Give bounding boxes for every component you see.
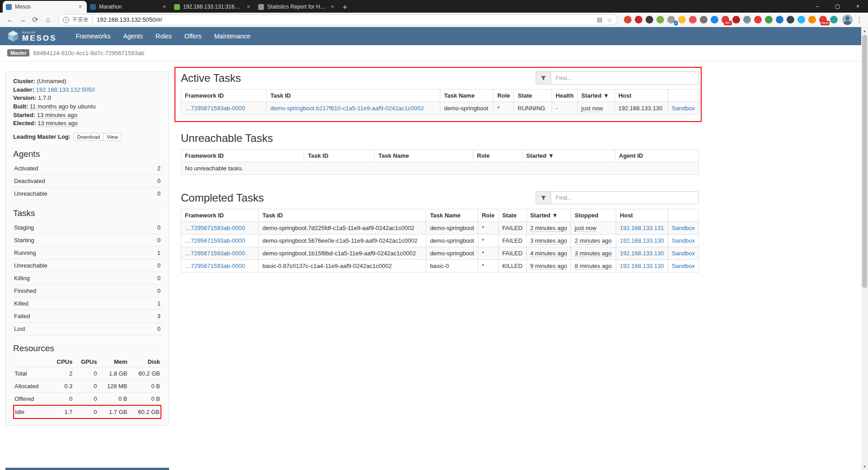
stat-row-killed: Killed1 — [13, 297, 161, 310]
task-stopped: 2 minutes ago — [575, 237, 612, 244]
extension-icon[interactable]: 1 — [667, 16, 675, 24]
sandbox-link[interactable]: Sandbox — [672, 250, 695, 257]
task-role: * — [478, 235, 498, 247]
back-button[interactable]: ← — [4, 14, 16, 26]
mesos-brand[interactable]: Apache MESOS — [7, 30, 57, 42]
built-info: Built: 11 months ago by ubuntu — [13, 103, 161, 111]
extension-icon[interactable] — [743, 16, 751, 24]
framework-id-link[interactable]: …7295671593ab-0000 — [185, 105, 245, 112]
col-started-sort[interactable]: Started ▼ — [523, 150, 615, 162]
col-task-name: Task Name — [375, 150, 473, 162]
reload-button[interactable]: ⟳ — [29, 14, 42, 26]
scrollbar-thumb[interactable] — [862, 35, 867, 288]
scroll-down-icon[interactable]: ▼ — [861, 463, 868, 470]
translate-icon[interactable]: ▤ — [597, 16, 602, 23]
new-tab-button[interactable]: + — [339, 2, 351, 13]
browser-tab-mesos[interactable]: Mesos × — [3, 1, 87, 13]
url-text[interactable]: 192.168.133.132:5050/#/ — [97, 16, 162, 23]
host-link[interactable]: 192.168.133.130 — [620, 263, 664, 269]
browser-menu-icon[interactable]: ⋮ — [854, 16, 864, 24]
extension-icon[interactable] — [646, 16, 653, 24]
extension-icon[interactable] — [732, 16, 740, 24]
col-role: Role — [473, 150, 523, 162]
host-link[interactable]: 192.168.133.130 — [620, 237, 664, 244]
vertical-scrollbar[interactable]: ▲ ▼ — [861, 28, 868, 470]
log-download-button[interactable]: Download — [73, 133, 104, 141]
page: Apache MESOS Frameworks Agents Roles Off… — [0, 27, 861, 426]
stat-value: 0 — [157, 262, 160, 269]
browser-tab-hello[interactable]: 192.168.133.131:31657/hello × — [171, 1, 255, 13]
tab-close-icon[interactable]: × — [161, 4, 168, 10]
extension-icon[interactable] — [797, 16, 805, 24]
extension-icon[interactable]: New — [819, 16, 827, 24]
tab-close-icon[interactable]: × — [329, 4, 336, 10]
col-sandbox — [668, 89, 698, 102]
home-button[interactable]: ⌂ — [42, 14, 54, 26]
empty-row: No unreachable tasks. — [181, 162, 699, 175]
sandbox-link[interactable]: Sandbox — [672, 237, 695, 244]
extension-icon[interactable] — [624, 16, 632, 24]
extension-icon[interactable] — [700, 16, 708, 24]
active-tasks-find-input[interactable] — [551, 71, 699, 85]
stat-row-unreachable-agents: Unreachable0 — [13, 188, 161, 200]
extension-icon[interactable] — [754, 16, 762, 24]
sandbox-link[interactable]: Sandbox — [672, 263, 695, 269]
extension-icon[interactable] — [765, 16, 773, 24]
framework-id-link[interactable]: …7295671593ab-0000 — [185, 237, 245, 244]
browser-tab-marathon[interactable]: Marathon × — [87, 1, 171, 13]
minimize-button[interactable]: – — [807, 0, 827, 13]
tab-close-icon[interactable]: × — [77, 4, 84, 10]
browser-tab-haproxy[interactable]: Statistics Report for HAProxy × — [255, 1, 339, 13]
extension-icon[interactable]: 99+ — [722, 16, 729, 24]
col-health: Health — [552, 89, 578, 102]
extension-icon[interactable] — [656, 16, 664, 24]
task-started: just now — [581, 105, 603, 112]
leader-link[interactable]: 192.168.133.132:5050 — [36, 86, 95, 93]
extension-icon[interactable] — [635, 16, 642, 24]
page-info-icon[interactable]: i — [63, 17, 69, 23]
sandbox-link[interactable]: Sandbox — [672, 105, 695, 112]
stat-label: Lost — [14, 325, 25, 332]
bookmark-star-icon[interactable]: ☆ — [607, 16, 613, 24]
col-started-sort[interactable]: Started ▼ — [577, 89, 614, 102]
col-framework-id: Framework ID — [181, 209, 259, 222]
resources-col-disk: Disk — [128, 357, 161, 367]
extension-icon[interactable] — [678, 16, 686, 24]
profile-avatar[interactable] — [842, 14, 853, 25]
tab-close-icon[interactable]: × — [245, 4, 252, 10]
stat-value: 3 — [157, 313, 160, 320]
extension-icon[interactable] — [808, 16, 816, 24]
stat-row-failed: Failed3 — [13, 310, 161, 323]
scroll-up-icon[interactable]: ▲ — [861, 28, 868, 34]
extension-icon[interactable] — [830, 16, 838, 24]
filter-funnel-icon — [536, 71, 551, 85]
stat-label: Unreachable — [14, 262, 47, 269]
nav-item-offers[interactable]: Offers — [178, 33, 208, 40]
framework-id-link[interactable]: …7295671593ab-0000 — [185, 250, 245, 257]
extension-icon[interactable] — [776, 16, 783, 24]
nav-item-frameworks[interactable]: Frameworks — [69, 33, 117, 40]
nav-item-agents[interactable]: Agents — [117, 33, 149, 40]
security-label: 不安全 — [72, 16, 89, 24]
col-started-sort[interactable]: Started ▼ — [526, 209, 571, 222]
address-bar[interactable]: i 不安全 192.168.133.132:5050/#/ ▤ ☆ — [58, 14, 618, 25]
log-view-button[interactable]: View — [103, 133, 122, 141]
framework-id-link[interactable]: …7295671593ab-0000 — [185, 263, 245, 269]
completed-tasks-find-input[interactable] — [551, 191, 699, 204]
host-link[interactable]: 192.168.133.130 — [620, 250, 664, 257]
col-state: State — [514, 89, 552, 102]
forward-button[interactable]: → — [16, 14, 29, 26]
extension-icon[interactable] — [711, 16, 718, 24]
mesos-navbar: Apache MESOS Frameworks Agents Roles Off… — [0, 27, 861, 45]
stat-value: 1 — [157, 300, 160, 307]
close-window-button[interactable]: × — [848, 0, 868, 13]
extension-icon[interactable] — [787, 16, 794, 24]
task-id-link[interactable]: demo-springboot.b217f610-c1a5-11e9-aaf9-… — [270, 105, 424, 112]
extension-icon[interactable] — [689, 16, 697, 24]
sandbox-link[interactable]: Sandbox — [672, 225, 695, 231]
maximize-button[interactable]: ▢ — [827, 0, 848, 13]
nav-item-roles[interactable]: Roles — [149, 33, 178, 40]
nav-item-maintenance[interactable]: Maintenance — [208, 33, 257, 40]
host-link[interactable]: 192.168.133.131 — [620, 225, 664, 231]
framework-id-link[interactable]: …7295671593ab-0000 — [185, 225, 245, 231]
